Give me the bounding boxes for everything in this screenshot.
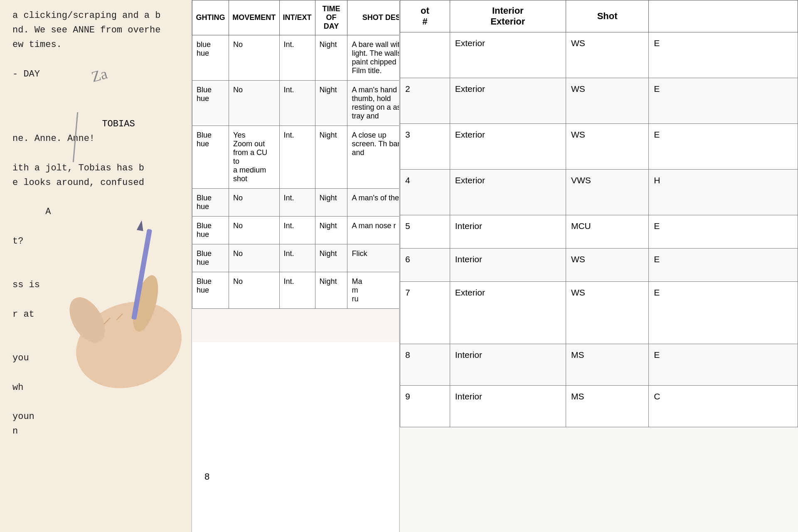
cell-lighting: blue hue bbox=[192, 35, 229, 81]
bottom-page-num: 8 bbox=[204, 471, 209, 482]
cell-shot-num bbox=[400, 32, 450, 78]
middle-shot-table: GHTING MOVEMENT INT/EXT TIME OF DAY SHOT… bbox=[192, 0, 416, 342]
col-header-movement: MOVEMENT bbox=[229, 0, 279, 35]
cell-extra: E bbox=[649, 249, 798, 282]
cell-extra: E bbox=[649, 344, 798, 386]
cell-extra: E bbox=[649, 124, 798, 170]
right-shot-table: ot# InteriorExterior Shot Exterior WS E … bbox=[400, 0, 798, 427]
screenplay-text: a clicking/scraping and a b nd. We see A… bbox=[12, 8, 191, 111]
cell-interior-exterior: Interior bbox=[450, 215, 566, 249]
cell-movement: No bbox=[229, 217, 279, 244]
col-header-lighting: GHTING bbox=[192, 0, 229, 35]
table-row: 3 Exterior WS E bbox=[400, 124, 798, 170]
table-row: 8 Interior MS E bbox=[400, 344, 798, 386]
cell-shot-type: WS bbox=[566, 78, 648, 124]
cell-shot-type: WS bbox=[566, 32, 648, 78]
table-row: Blue hue No Int. Night Mamru bbox=[192, 272, 416, 309]
cell-extra: E bbox=[649, 32, 798, 78]
cell-shot-num: 6 bbox=[400, 249, 450, 282]
cell-int-ext: Int. bbox=[279, 81, 315, 126]
table-row: Exterior WS E bbox=[400, 32, 798, 78]
cell-movement: No bbox=[229, 35, 279, 81]
table-row: 7 Exterior WS E bbox=[400, 282, 798, 344]
cell-time: Night bbox=[315, 81, 347, 126]
cell-int-ext: Int. bbox=[279, 126, 315, 189]
cell-movement: No bbox=[229, 81, 279, 126]
col-header-time: TIME OF DAY bbox=[315, 0, 347, 35]
col-header-shot-type: Shot bbox=[566, 0, 648, 32]
middle-table-panel: GHTING MOVEMENT INT/EXT TIME OF DAY SHOT… bbox=[191, 0, 416, 532]
col-header-extra bbox=[649, 0, 798, 32]
cell-movement: No bbox=[229, 189, 279, 217]
col-header-int-ext: INT/EXT bbox=[279, 0, 315, 35]
table-row: 6 Interior WS E bbox=[400, 249, 798, 282]
table-row: 9 Interior MS C bbox=[400, 386, 798, 427]
cell-lighting: Blue hue bbox=[192, 189, 229, 217]
cell-shot-type: MS bbox=[566, 386, 648, 427]
cell-extra: E bbox=[649, 215, 798, 249]
cell-shot-type: MS bbox=[566, 344, 648, 386]
cell-lighting: Blue hue bbox=[192, 81, 229, 126]
col-header-interior-exterior: InteriorExterior bbox=[450, 0, 566, 32]
cell-movement: No bbox=[229, 272, 279, 309]
table-row: Blue hue No Int. Night A man's hand thum… bbox=[192, 81, 416, 126]
cell-interior-exterior: Interior bbox=[450, 386, 566, 427]
cell-time: Night bbox=[315, 189, 347, 217]
cell-shot-num: 4 bbox=[400, 170, 450, 215]
cell-time: Night bbox=[315, 126, 347, 189]
cell-extra: C bbox=[649, 386, 798, 427]
cell-time: Night bbox=[315, 217, 347, 244]
svg-marker-4 bbox=[137, 220, 145, 231]
cell-shot-num: 7 bbox=[400, 282, 450, 344]
table-row-bottom bbox=[192, 309, 416, 342]
cell-extra: E bbox=[649, 282, 798, 344]
cell-interior-exterior: Exterior bbox=[450, 282, 566, 344]
cell-int-ext: Int. bbox=[279, 217, 315, 244]
cell-shot-num: 2 bbox=[400, 78, 450, 124]
table-row: Blue hue No Int. Night A man's of the T bbox=[192, 189, 416, 217]
cell-lighting: Blue hue bbox=[192, 272, 229, 309]
cell-shot-num: 5 bbox=[400, 215, 450, 249]
table-row: 2 Exterior WS E bbox=[400, 78, 798, 124]
cell-movement: No bbox=[229, 244, 279, 272]
screenplay-panel: a clicking/scraping and a b nd. We see A… bbox=[0, 0, 204, 532]
right-table-panel: ot# InteriorExterior Shot Exterior WS E … bbox=[399, 0, 798, 532]
cell-interior-exterior: Exterior bbox=[450, 124, 566, 170]
table-row: 4 Exterior VWS H bbox=[400, 170, 798, 215]
table-row: Blue hue YesZoom outfrom a CU toa medium… bbox=[192, 126, 416, 189]
cell-shot-type: WS bbox=[566, 249, 648, 282]
cell-int-ext: Int. bbox=[279, 189, 315, 217]
cell-shot-num: 8 bbox=[400, 344, 450, 386]
cell-shot-type: MCU bbox=[566, 215, 648, 249]
cell-shot-type: WS bbox=[566, 124, 648, 170]
cell-interior-exterior: Interior bbox=[450, 344, 566, 386]
cell-interior-exterior: Exterior bbox=[450, 170, 566, 215]
cell-lighting: Blue hue bbox=[192, 217, 229, 244]
cell-shot-type: WS bbox=[566, 282, 648, 344]
cell-lighting: Blue hue bbox=[192, 126, 229, 189]
cell-extra: H bbox=[649, 170, 798, 215]
table-row: Blue hue No Int. Night Flick bbox=[192, 244, 416, 272]
cell-int-ext: Int. bbox=[279, 35, 315, 81]
cell-movement: YesZoom outfrom a CU toa mediumshot bbox=[229, 126, 279, 189]
hand-pen-image bbox=[62, 145, 195, 395]
table-row: blue hue No Int. Night A bare wall wit l… bbox=[192, 35, 416, 81]
table-row: 5 Interior MCU E bbox=[400, 215, 798, 249]
cell-shot-num: 3 bbox=[400, 124, 450, 170]
col-header-shot-num: ot# bbox=[400, 0, 450, 32]
cell-interior-exterior: Interior bbox=[450, 249, 566, 282]
cell-interior-exterior: Exterior bbox=[450, 78, 566, 124]
cell-time: Night bbox=[315, 35, 347, 81]
cell-time: Night bbox=[315, 272, 347, 309]
cell-shot-num: 9 bbox=[400, 386, 450, 427]
cell-lighting: Blue hue bbox=[192, 244, 229, 272]
cell-extra: E bbox=[649, 78, 798, 124]
cell-int-ext: Int. bbox=[279, 272, 315, 309]
cell-int-ext: Int. bbox=[279, 244, 315, 272]
table-row: Blue hue No Int. Night A man nose r bbox=[192, 217, 416, 244]
cell-time: Night bbox=[315, 244, 347, 272]
character-name: TOBIAS bbox=[46, 119, 191, 129]
cell-interior-exterior: Exterior bbox=[450, 32, 566, 78]
cell-shot-type: VWS bbox=[566, 170, 648, 215]
